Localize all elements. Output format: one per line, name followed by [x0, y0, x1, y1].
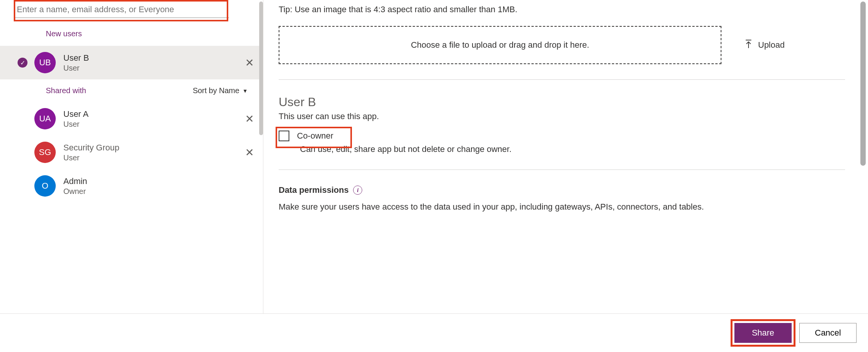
cancel-button[interactable]: Cancel	[799, 323, 857, 343]
shared-user-row[interactable]: O Admin Owner	[0, 169, 263, 203]
user-name: Security Group	[63, 143, 255, 153]
user-name: User B	[63, 53, 255, 63]
image-tip-text: Tip: Use an image that is 4:3 aspect rat…	[279, 5, 845, 15]
selected-user-name: User B	[279, 95, 845, 109]
coowner-description: Can use, edit, share app but not delete …	[300, 144, 845, 154]
remove-user-icon[interactable]: ✕	[240, 111, 258, 127]
shared-user-row[interactable]: SG Security Group User ✕	[0, 136, 263, 169]
avatar: UA	[34, 108, 56, 129]
footer: Share Cancel	[0, 313, 868, 352]
avatar: UB	[34, 52, 56, 73]
scrollbar[interactable]	[259, 2, 263, 135]
upload-button[interactable]: Upload	[744, 39, 785, 51]
right-panel: Tip: Use an image that is 4:3 aspect rat…	[263, 0, 868, 352]
left-panel: New users ✓ UB User B User ✕ Shared with…	[0, 0, 263, 352]
user-role: User	[63, 64, 255, 73]
user-name: Admin	[63, 176, 255, 186]
shared-user-row[interactable]: UA User A User ✕	[0, 102, 263, 136]
new-users-header: New users	[0, 22, 263, 46]
upload-label: Upload	[758, 40, 785, 50]
coowner-label: Co-owner	[297, 131, 333, 141]
user-name: User A	[63, 109, 255, 119]
sort-dropdown[interactable]: Sort by Name ▼	[193, 86, 248, 95]
avatar: SG	[34, 142, 56, 163]
user-role: Owner	[63, 187, 255, 196]
data-permissions-text: Make sure your users have access to the …	[279, 202, 845, 212]
selected-check-icon: ✓	[18, 58, 27, 68]
sort-label: Sort by Name	[193, 86, 239, 95]
divider	[279, 170, 845, 170]
remove-user-icon[interactable]: ✕	[240, 55, 258, 71]
upload-dropzone[interactable]: Choose a file to upload or drag and drop…	[279, 26, 721, 64]
shared-list: UA User A User ✕ SG Security Group User …	[0, 102, 263, 324]
avatar: O	[34, 175, 56, 197]
data-permissions-header: Data permissions	[279, 185, 348, 195]
user-search-input[interactable]	[15, 2, 229, 18]
coowner-checkbox[interactable]	[279, 131, 289, 141]
info-icon[interactable]: i	[353, 186, 362, 195]
chevron-down-icon: ▼	[242, 88, 248, 94]
selected-user-description: This user can use this app.	[279, 111, 845, 121]
user-role: User	[63, 120, 255, 129]
user-role: User	[63, 153, 255, 162]
new-user-row[interactable]: ✓ UB User B User ✕	[0, 46, 263, 79]
share-button[interactable]: Share	[734, 323, 792, 343]
upload-icon	[744, 39, 753, 51]
remove-user-icon[interactable]: ✕	[240, 145, 258, 160]
shared-with-header: Shared with	[46, 86, 86, 95]
divider	[279, 79, 845, 80]
scrollbar[interactable]	[860, 2, 866, 166]
dropzone-text: Choose a file to upload or drag and drop…	[411, 40, 589, 50]
